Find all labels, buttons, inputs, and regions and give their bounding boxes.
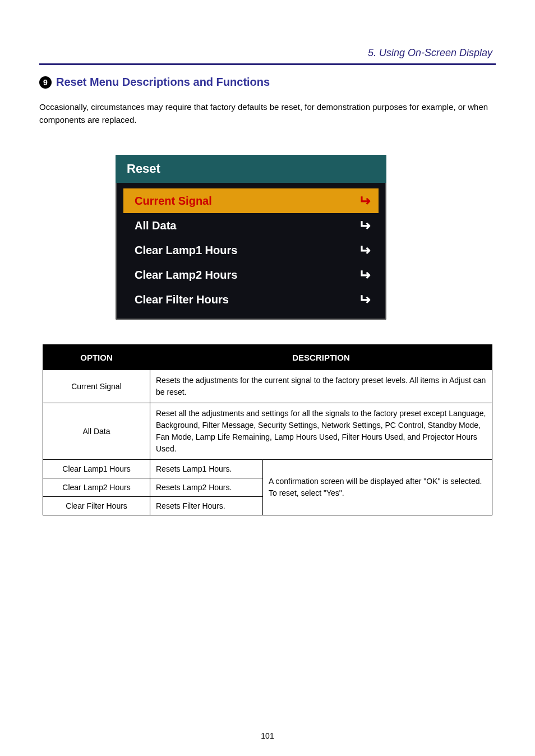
osd-item-clear-lamp1[interactable]: Clear Lamp1 Hours ↵: [123, 238, 379, 262]
enter-icon: ↵: [358, 218, 371, 233]
osd-item-label: All Data: [135, 219, 176, 232]
desc-clear-lamp1: Resets Lamp1 Hours.: [150, 460, 263, 478]
opt-clear-lamp1: Clear Lamp1 Hours: [43, 460, 150, 478]
enter-icon: ↵: [358, 193, 371, 208]
title-separator: [39, 63, 496, 65]
section-heading: Reset Menu Descriptions and Functions: [56, 76, 270, 89]
osd-menu-title: Reset: [116, 155, 386, 183]
enter-icon: ↵: [358, 243, 371, 257]
desc-all-data: Reset all the adjustments and settings f…: [150, 403, 492, 460]
osd-menu-body: Current Signal ↵ All Data ↵ Clear Lamp1 …: [116, 183, 386, 320]
enter-icon: ↵: [358, 292, 371, 307]
enter-icon: ↵: [358, 268, 371, 282]
osd-item-clear-lamp2[interactable]: Clear Lamp2 Hours ↵: [123, 262, 379, 287]
desc-clear-filter: Resets Filter Hours.: [150, 497, 263, 515]
opt-current-signal: Current Signal: [43, 370, 150, 403]
reset-description-table: OPTION DESCRIPTION Current Signal Resets…: [43, 344, 492, 515]
th-option: OPTION: [43, 345, 150, 370]
page-number: 101: [0, 731, 535, 740]
osd-item-current-signal[interactable]: Current Signal ↵: [123, 188, 379, 213]
osd-item-label: Clear Lamp1 Hours: [135, 244, 237, 257]
osd-item-all-data[interactable]: All Data ↵: [123, 213, 379, 238]
osd-item-label: Current Signal: [135, 195, 212, 208]
opt-clear-lamp2: Clear Lamp2 Hours: [43, 478, 150, 497]
osd-reset-menu: Reset Current Signal ↵ All Data ↵ Clear …: [116, 155, 386, 320]
section-header: 9 Reset Menu Descriptions and Functions: [39, 76, 270, 89]
desc-shared-instructions: A confirmation screen will be displayed …: [263, 460, 492, 515]
desc-current-signal: Resets the adjustments for the current s…: [150, 370, 492, 403]
osd-item-label: Clear Filter Hours: [135, 293, 229, 306]
opt-all-data: All Data: [43, 403, 150, 460]
osd-item-clear-filter[interactable]: Clear Filter Hours ↵: [123, 287, 379, 312]
th-description: DESCRIPTION: [150, 345, 492, 370]
opt-clear-filter: Clear Filter Hours: [43, 497, 150, 515]
osd-item-label: Clear Lamp2 Hours: [135, 269, 237, 282]
desc-clear-lamp2: Resets Lamp2 Hours.: [150, 478, 263, 497]
section-intro-text: Occasionally, circumstances may require …: [39, 101, 496, 126]
page-title: 5. Using On-Screen Display: [368, 47, 492, 59]
section-number-badge: 9: [39, 76, 52, 89]
